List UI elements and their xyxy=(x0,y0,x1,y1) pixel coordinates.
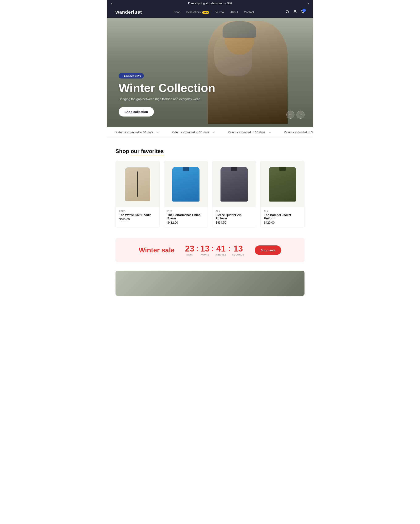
product-image-1 xyxy=(116,161,159,207)
title-underline: our favorites xyxy=(131,148,164,155)
jacket-image-3 xyxy=(220,167,248,201)
cart-count: 1 xyxy=(302,9,306,12)
returns-bar: Returns extended to 30 days → Returns ex… xyxy=(107,127,313,138)
product-info-4: FLX The Bomber Jacket Uniform $420.00 xyxy=(261,207,304,227)
countdown-days: 23 DAYS xyxy=(185,244,194,256)
nav-shop[interactable]: Shop xyxy=(174,10,180,14)
hours-label: HOURS xyxy=(200,253,210,256)
returns-text-4: Returns extended to 30 da... xyxy=(284,131,313,134)
bottom-teaser xyxy=(115,271,305,296)
minutes-label: MINUTES xyxy=(215,253,226,256)
product-brand-3: FLX xyxy=(216,210,253,212)
days-number: 23 xyxy=(185,244,194,253)
countdown-sep-2: : xyxy=(211,244,214,253)
product-price-1: $460.00 xyxy=(119,218,156,221)
jacket-image-1 xyxy=(125,167,150,201)
countdown-sep-3: : xyxy=(228,244,231,253)
returns-arrow-1: → xyxy=(156,131,159,134)
hero-cta-button[interactable]: Shop collection xyxy=(119,107,154,116)
countdown-sep-1: : xyxy=(196,244,199,253)
hero-navigation: ← → xyxy=(286,111,305,119)
nav-badge-new: new xyxy=(202,11,209,14)
svg-point-3 xyxy=(302,13,302,13)
seconds-number: 13 xyxy=(232,244,244,253)
returns-item-3: Returns extended to 30 days → xyxy=(228,131,271,134)
product-price-2: $412.00 xyxy=(167,221,204,224)
hero-content: Look Exclusive Winter Collection Bridgin… xyxy=(119,73,215,116)
product-brand-1: ZERO xyxy=(119,210,156,212)
returns-item-4: Returns extended to 30 da... xyxy=(284,131,313,134)
product-name-3: Fleece Quarter Zip Pullover xyxy=(216,213,253,220)
countdown-minutes: 41 MINUTES xyxy=(215,244,226,256)
product-info-3: FLX Fleece Quarter Zip Pullover $434.50 xyxy=(212,207,256,227)
product-name-2: The Performance Chino Blazer xyxy=(167,213,204,220)
hero-subtitle: Bridging the gap between high fashion an… xyxy=(119,97,215,101)
days-label: DAYS xyxy=(185,253,194,256)
product-image-4 xyxy=(261,161,304,207)
svg-point-4 xyxy=(304,13,304,13)
product-info-1: ZERO The Waffle-Knit Hoodie $460.00 xyxy=(116,207,159,224)
header-icons: 1 xyxy=(286,10,305,15)
jacket-image-4 xyxy=(269,167,296,201)
product-image-3 xyxy=(212,161,256,207)
announcement-bar: ‹ Free shipping all orders over on $40 › xyxy=(107,0,313,7)
minutes-number: 41 xyxy=(215,244,226,253)
product-name-4: The Bomber Jacket Uniform xyxy=(264,213,301,220)
nav-about[interactable]: About xyxy=(230,10,238,14)
nav-bestsellers[interactable]: Bestsellers new xyxy=(186,10,209,14)
favorites-title: Shop our favorites xyxy=(115,148,305,155)
title-plain: Shop xyxy=(115,148,131,154)
product-brand-2: FLX xyxy=(167,210,204,212)
product-card-2[interactable]: FLX The Performance Chino Blazer $412.00 xyxy=(164,161,208,227)
account-button[interactable] xyxy=(293,10,297,15)
hours-number: 13 xyxy=(200,244,210,253)
products-grid: ZERO The Waffle-Knit Hoodie $460.00 FLX … xyxy=(115,161,305,227)
product-image-2 xyxy=(164,161,208,207)
returns-text-1: Returns extended to 30 days xyxy=(115,131,153,134)
nav-contact[interactable]: Contact xyxy=(244,10,254,14)
favorites-section: Shop our favorites ZERO The Waffle-Knit … xyxy=(107,138,313,236)
countdown-seconds: 13 SECONDS xyxy=(232,244,244,256)
returns-arrow-2: → xyxy=(212,131,215,134)
hero-prev-button[interactable]: ← xyxy=(286,111,294,119)
product-card-1[interactable]: ZERO The Waffle-Knit Hoodie $460.00 xyxy=(115,161,160,227)
product-price-3: $434.50 xyxy=(216,221,253,224)
returns-item-2: Returns extended to 30 days → xyxy=(172,131,215,134)
returns-text-3: Returns extended to 30 days xyxy=(228,131,265,134)
returns-item: Returns extended to 30 days → xyxy=(115,131,159,134)
product-card-4[interactable]: FLX The Bomber Jacket Uniform $420.00 xyxy=(260,161,305,227)
announcement-text: Free shipping all orders over on $40 xyxy=(188,2,232,5)
sale-banner: Winter sale 23 DAYS : 13 HOURS : 41 MINU… xyxy=(115,238,305,262)
search-button[interactable] xyxy=(286,10,289,15)
announcement-prev[interactable]: ‹ xyxy=(111,1,112,5)
product-name-1: The Waffle-Knit Hoodie xyxy=(119,213,156,217)
returns-arrow-3: → xyxy=(268,131,271,134)
announcement-next[interactable]: › xyxy=(308,1,309,5)
product-info-2: FLX The Performance Chino Blazer $412.00 xyxy=(164,207,208,227)
svg-line-1 xyxy=(288,12,289,13)
hero-next-button[interactable]: → xyxy=(297,111,305,119)
product-price-4: $420.00 xyxy=(264,221,301,224)
hero-title: Winter Collection xyxy=(119,82,215,94)
product-card-3[interactable]: FLX Fleece Quarter Zip Pullover $434.50 xyxy=(212,161,256,227)
cart-button[interactable]: 1 xyxy=(301,10,305,15)
site-header: wanderlust Shop Bestsellers new Journal … xyxy=(107,7,313,18)
exclusive-badge: Look Exclusive xyxy=(119,73,144,79)
countdown: 23 DAYS : 13 HOURS : 41 MINUTES : 13 SEC… xyxy=(185,244,244,256)
logo[interactable]: wanderlust xyxy=(115,9,142,15)
badge-text: Look Exclusive xyxy=(124,74,141,77)
svg-point-2 xyxy=(294,10,296,12)
jacket-image-2 xyxy=(172,167,200,201)
seconds-label: SECONDS xyxy=(232,253,244,256)
hero-section: Look Exclusive Winter Collection Bridgin… xyxy=(107,18,313,127)
svg-point-0 xyxy=(286,10,289,13)
product-brand-4: FLX xyxy=(264,210,301,212)
nav-journal[interactable]: Journal xyxy=(215,10,225,14)
sale-title: Winter sale xyxy=(139,246,175,254)
main-nav: Shop Bestsellers new Journal About Conta… xyxy=(174,10,254,14)
returns-text-2: Returns extended to 30 days xyxy=(172,131,209,134)
sale-cta-button[interactable]: Shop sale xyxy=(255,245,281,255)
countdown-hours: 13 HOURS xyxy=(200,244,210,256)
